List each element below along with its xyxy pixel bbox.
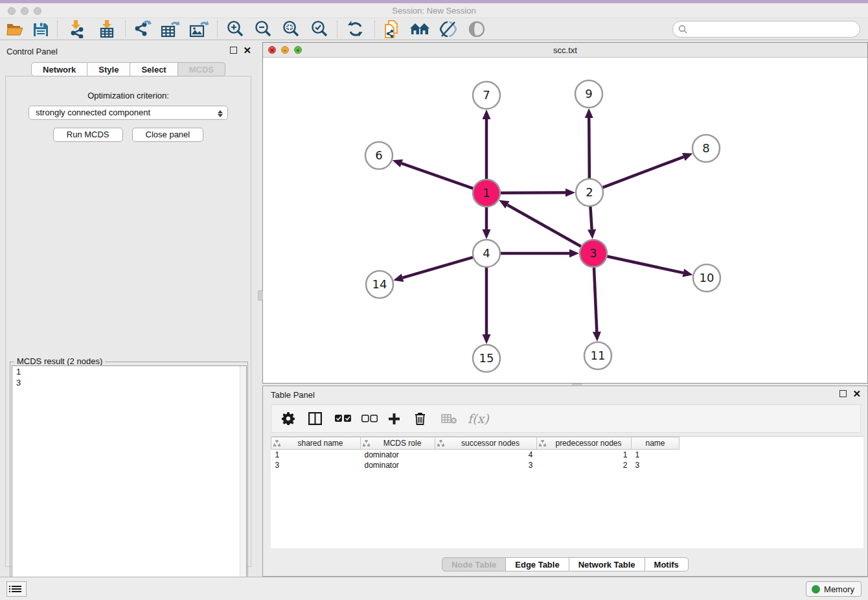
create-column-button[interactable] xyxy=(388,413,404,425)
network-window-titlebar[interactable]: ✕ − + scc.txt xyxy=(263,43,867,58)
table-settings-button[interactable] xyxy=(282,412,297,425)
column-header-shared-name[interactable]: shared name xyxy=(271,437,361,450)
memory-button[interactable]: Memory xyxy=(806,581,862,597)
graph-edge-1-2[interactable] xyxy=(500,192,565,193)
import-network-button[interactable] xyxy=(66,19,88,39)
cell-name[interactable]: 1 xyxy=(632,450,680,460)
select-all-rows-button[interactable] xyxy=(335,415,350,422)
cell-successor-nodes[interactable]: 3 xyxy=(435,460,537,470)
search-icon xyxy=(678,25,687,34)
cell-predecessor-nodes[interactable]: 1 xyxy=(537,450,632,460)
toolbar-separator xyxy=(125,21,126,38)
graph-edge-2-3[interactable] xyxy=(590,206,591,229)
network-graph[interactable]: 7968124314101511 xyxy=(263,58,867,383)
tab-network[interactable]: Network xyxy=(31,62,87,76)
eye-icon xyxy=(468,21,485,38)
graph-edge-2-8[interactable] xyxy=(602,157,684,188)
zoom-selected-button[interactable] xyxy=(308,19,330,39)
delete-column-button[interactable] xyxy=(415,412,430,425)
tab-network-table[interactable]: Network Table xyxy=(569,557,645,571)
deselect-all-rows-button[interactable] xyxy=(361,415,377,422)
graph-edge-1-6[interactable] xyxy=(402,163,474,189)
graph-edge-arrowhead xyxy=(569,249,579,258)
cell-predecessor-nodes[interactable]: 2 xyxy=(537,460,632,470)
search-field[interactable] xyxy=(672,21,860,38)
task-list-icon xyxy=(12,586,21,593)
zoom-out-icon xyxy=(254,20,272,38)
table-row[interactable]: 3 dominator 3 2 3 xyxy=(271,460,680,470)
toolbar-separator xyxy=(57,21,58,38)
hide-annotations-button[interactable] xyxy=(437,19,459,39)
graph-node-label: 10 xyxy=(700,271,714,284)
graph-edge-4-14[interactable] xyxy=(403,257,474,278)
graph-edge-arrowhead xyxy=(682,269,692,277)
tab-node-table[interactable]: Node Table xyxy=(442,557,506,571)
close-panel-icon[interactable]: ✕ xyxy=(243,47,251,54)
export-image-icon xyxy=(189,20,209,38)
graph-edge-arrowhead xyxy=(682,153,692,161)
search-input[interactable] xyxy=(687,25,860,34)
column-header-predecessor-nodes[interactable]: predecessor nodes xyxy=(537,437,632,450)
houses-icon xyxy=(409,22,430,36)
export-table-button[interactable] xyxy=(159,19,181,39)
export-image-button[interactable] xyxy=(188,19,210,39)
zoom-in-button[interactable] xyxy=(224,19,246,39)
cell-shared-name[interactable]: 3 xyxy=(271,460,361,470)
run-mcds-button[interactable]: Run MCDS xyxy=(53,128,123,142)
optimization-criterion-select[interactable]: strongly connected component xyxy=(29,106,228,120)
column-header-name[interactable]: name xyxy=(632,437,680,450)
mcds-panel-body: Optimization criterion: strongly connect… xyxy=(5,76,251,567)
mcds-result-item[interactable]: 1 xyxy=(12,366,246,377)
show-all-button[interactable] xyxy=(466,19,488,39)
cell-shared-name[interactable]: 1 xyxy=(271,450,361,460)
app-titlebar: Session: New Session xyxy=(0,3,868,18)
result-scrollbar[interactable] xyxy=(240,366,246,600)
save-icon xyxy=(34,22,48,36)
table-row[interactable]: 1 dominator 4 1 1 xyxy=(271,450,680,460)
column-header-successor-nodes[interactable]: successor nodes xyxy=(435,437,537,450)
tab-edge-table[interactable]: Edge Table xyxy=(506,557,569,571)
tab-mcds[interactable]: MCDS xyxy=(178,62,225,76)
network-overview-button[interactable] xyxy=(409,19,431,39)
graph-edge-2-9[interactable] xyxy=(589,118,589,179)
save-session-button[interactable] xyxy=(30,19,52,39)
close-panel-button[interactable]: Close panel xyxy=(132,128,204,142)
function-builder-button[interactable]: f(x) xyxy=(468,411,483,426)
network-window-title: scc.txt xyxy=(263,45,867,55)
column-header-mcds-role[interactable]: MCDS role xyxy=(361,437,435,450)
graph-edge-arrowhead xyxy=(483,110,491,119)
graph-edge-3-10[interactable] xyxy=(607,256,683,273)
cell-name[interactable]: 3 xyxy=(632,460,680,470)
graph-edge-3-1[interactable] xyxy=(507,205,581,247)
network-canvas[interactable]: 7968124314101511 xyxy=(263,58,867,383)
vertical-splitter-grip[interactable] xyxy=(258,290,263,301)
close-table-panel-icon[interactable]: ✕ xyxy=(852,390,861,397)
float-panel-icon[interactable] xyxy=(230,47,237,54)
graph-edge-arrowhead xyxy=(483,334,491,344)
import-table-button[interactable] xyxy=(96,19,118,39)
table-panel: Table Panel ✕ f(x) xyxy=(262,386,868,577)
cell-successor-nodes[interactable]: 4 xyxy=(435,450,537,460)
delete-table-button[interactable] xyxy=(441,413,457,424)
graph-edge-arrowhead xyxy=(393,159,403,167)
export-network-icon xyxy=(133,20,152,38)
show-columns-button[interactable] xyxy=(308,412,324,425)
copy-network-button[interactable] xyxy=(381,19,403,39)
cell-mcds-role[interactable]: dominator xyxy=(361,450,435,460)
zoom-fit-button[interactable] xyxy=(280,19,302,39)
table-panel-title: Table Panel xyxy=(271,390,315,400)
export-network-button[interactable] xyxy=(131,19,154,39)
tab-select[interactable]: Select xyxy=(130,62,177,76)
refresh-button[interactable] xyxy=(345,19,367,39)
open-session-button[interactable] xyxy=(4,19,26,39)
tab-motifs[interactable]: Motifs xyxy=(645,557,689,571)
zoom-out-button[interactable] xyxy=(252,19,274,39)
graph-edge-3-11[interactable] xyxy=(594,267,597,332)
tab-style[interactable]: Style xyxy=(87,62,130,76)
mcds-result-item[interactable]: 3 xyxy=(12,377,246,388)
float-table-panel-icon[interactable] xyxy=(839,390,847,397)
task-history-button[interactable] xyxy=(6,581,27,597)
mcds-result-list[interactable]: 1 3 xyxy=(12,365,247,600)
cell-mcds-role[interactable]: dominator xyxy=(361,460,435,470)
memory-status-icon xyxy=(812,585,820,594)
